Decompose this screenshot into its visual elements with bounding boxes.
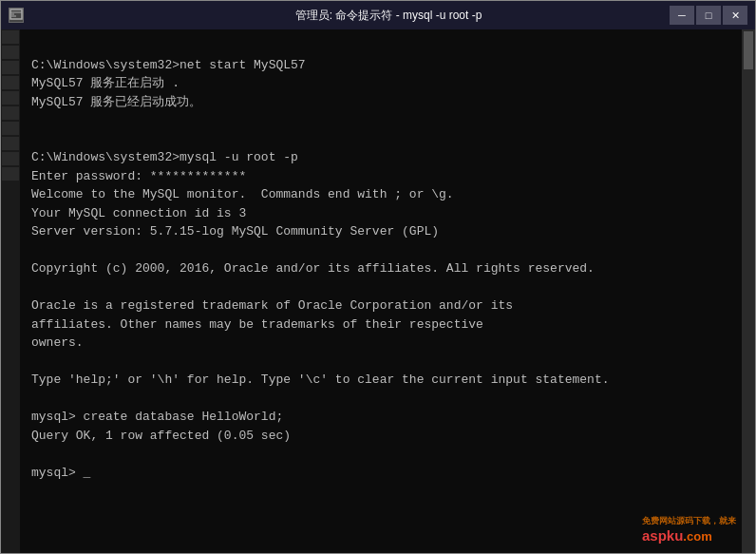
sidebar-item [2,137,19,150]
terminal-window: 管理员: 命令提示符 - mysql -u root -p ─ □ ✕ C:\W… [0,0,756,554]
sidebar-item [2,106,19,120]
scrollbar-thumb[interactable] [744,31,753,69]
sidebar-item [2,30,19,44]
watermark-main: aspku.com [642,527,712,544]
sidebar-item [2,167,19,181]
scrollbar[interactable] [742,29,755,553]
svg-rect-3 [11,16,16,17]
close-button[interactable]: ✕ [723,6,747,25]
titlebar: 管理员: 命令提示符 - mysql -u root -p ─ □ ✕ [1,1,755,29]
maximize-button[interactable]: □ [696,6,721,25]
left-sidebar [1,29,20,553]
svg-rect-2 [11,14,14,15]
watermark-sub: 免费网站源码下载，就来 [642,515,736,527]
terminal-body[interactable]: C:\Windows\system32>net start MySQL57 My… [1,29,755,553]
window-controls: ─ □ ✕ [670,6,747,25]
sidebar-item [2,91,19,105]
sidebar-item [2,76,19,89]
sidebar-item [2,152,19,165]
watermark: 免费网站源码下载，就来 aspku.com [642,515,736,544]
terminal-output: C:\Windows\system32>net start MySQL57 My… [31,37,728,482]
minimize-button[interactable]: ─ [670,6,694,25]
sidebar-item [2,46,19,59]
sidebar-item [2,61,19,74]
window-title: 管理员: 命令提示符 - mysql -u root -p [29,8,747,24]
sidebar-item [2,122,19,135]
titlebar-icon [9,8,24,23]
